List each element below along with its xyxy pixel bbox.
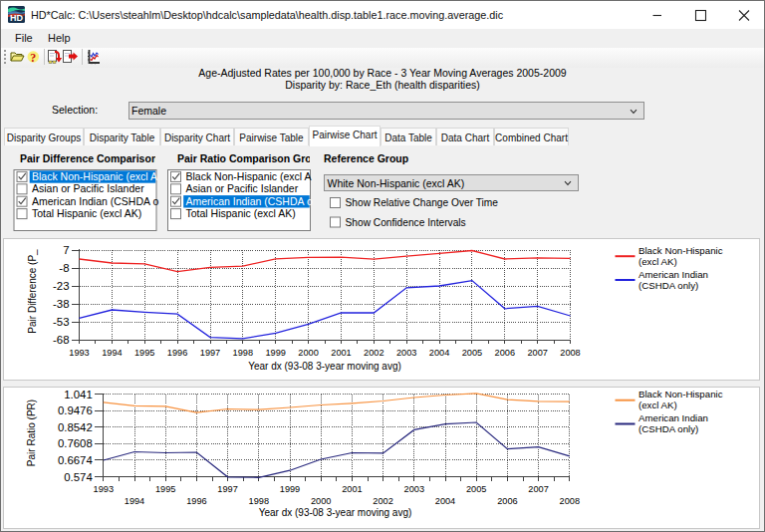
svg-text:American Indian: American Indian	[638, 412, 708, 423]
svg-text:2007: 2007	[528, 484, 548, 494]
svg-text:0.574: 0.574	[64, 471, 93, 483]
svg-text:(CSHDA only): (CSHDA only)	[638, 423, 698, 434]
svg-text:2000: 2000	[311, 496, 331, 506]
svg-text:2001: 2001	[342, 484, 362, 494]
svg-text:2002: 2002	[373, 496, 392, 506]
svg-text:0.6674: 0.6674	[58, 454, 93, 466]
svg-text:(excl AK): (excl AK)	[638, 399, 677, 410]
svg-text:1999: 1999	[280, 484, 300, 494]
svg-text:2006: 2006	[497, 496, 517, 506]
svg-text:Black Non-Hispanic: Black Non-Hispanic	[638, 389, 723, 399]
svg-text:Year dx (93-08 3-year moving a: Year dx (93-08 3-year moving avg)	[259, 507, 412, 518]
svg-text:1998: 1998	[249, 496, 269, 506]
svg-text:1995: 1995	[155, 484, 175, 494]
svg-text:2008: 2008	[560, 496, 580, 506]
svg-text:2003: 2003	[404, 484, 424, 494]
svg-text:0.7608: 0.7608	[58, 437, 93, 449]
svg-text:Pair Ratio (PR): Pair Ratio (PR)	[26, 399, 37, 466]
svg-text:1993: 1993	[94, 484, 114, 494]
svg-text:1.041: 1.041	[64, 389, 93, 400]
svg-text:0.9476: 0.9476	[58, 404, 93, 416]
svg-text:0.8542: 0.8542	[58, 421, 93, 433]
svg-text:2004: 2004	[435, 496, 455, 506]
svg-text:1997: 1997	[217, 484, 237, 494]
svg-text:1994: 1994	[125, 496, 144, 506]
svg-text:2005: 2005	[466, 484, 486, 494]
svg-text:1996: 1996	[186, 496, 206, 506]
